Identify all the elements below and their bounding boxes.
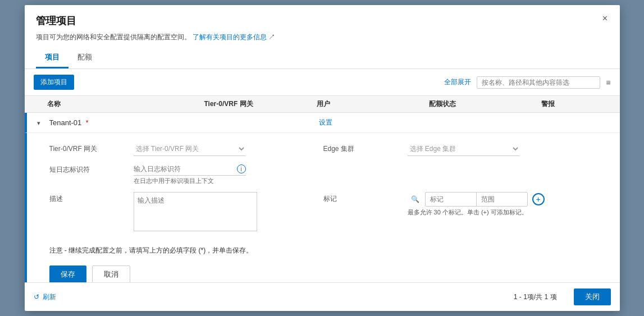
cancel-button[interactable]: 取消 [92,265,130,282]
tag-label: 标记 [323,189,408,235]
col-tier0: Tier-0/VRF 网关 [199,99,311,109]
dialog-footer: ↺ 刷新 1 - 1项/共 1 项 关闭 [25,282,620,311]
desc-label: 描述 [49,189,134,235]
refresh-icon: ↺ [34,293,39,301]
required-star: * [86,119,89,127]
log-id-info-icon[interactable]: i [237,164,246,173]
tag-input[interactable] [426,193,476,205]
quota-cell [426,120,538,126]
desc-value [134,189,323,235]
search-input[interactable] [482,79,595,86]
col-name: 名称 [42,99,199,109]
learn-more-link[interactable]: 了解有关项目的更多信息 [193,33,267,41]
refresh-label: 刷新 [43,292,56,302]
tab-quota[interactable]: 配额 [68,48,101,68]
alarm-cell [538,120,620,126]
log-id-value: i 在日志中用于标识项目上下文 [134,159,323,189]
table-row: ▾ Tenant-01 * 设置 [25,113,620,133]
tag-scope-input[interactable] [477,193,527,205]
action-bar: 保存 取消 [27,261,620,282]
table-header: 名称 Tier-0/VRF 网关 用户 配额状态 警报 [25,96,620,113]
log-id-input-group: i [134,163,246,176]
log-id-label: 短日志标识符 [49,159,134,189]
dialog-header: 管理项目 项目可为您的网络和安全配置提供隔离的配置空间。 了解有关项目的更多信息… [25,5,620,69]
search-icon-sm: 🔍 [408,195,423,203]
tab-projects[interactable]: 项目 [36,48,68,68]
detail-row: Tier-0/VRF 网关 选择 Tier-0/VRF 网关 Edge 集群 选… [25,133,620,282]
tier0-value: 选择 Tier-0/VRF 网关 [134,139,323,159]
refresh-button[interactable]: ↺ 刷新 [34,292,56,302]
tag-box [425,192,528,207]
manage-projects-dialog: 管理项目 项目可为您的网络和安全配置提供隔离的配置空间。 了解有关项目的更多信息… [25,5,620,311]
col-expand [25,99,42,109]
user-link[interactable]: 设置 [319,118,332,126]
col-quota: 配额状态 [423,99,536,109]
dialog-body: 名称 Tier-0/VRF 网关 用户 配额状态 警报 ▾ Tenant-01 … [25,96,620,282]
filter-icon[interactable]: ≡ [606,78,610,87]
tier0-select[interactable]: 选择 Tier-0/VRF 网关 [134,142,246,156]
table-scroll: ▾ Tenant-01 * 设置 [25,113,620,282]
user-cell[interactable]: 设置 [313,115,426,131]
footer-close-button[interactable]: 关闭 [574,288,611,305]
col-user: 用户 [311,99,423,109]
tag-container: 🔍 + [408,192,545,207]
dialog-description: 项目可为您的网络和安全配置提供隔离的配置空间。 了解有关项目的更多信息 ↗ [36,32,609,42]
add-tag-button[interactable]: + [532,193,545,205]
dialog-tabs: 项目 配额 [36,48,609,68]
footer-right: 1 - 1项/共 1 项 关闭 [514,288,611,305]
tier0-cell [201,120,313,126]
edge-cluster-label: Edge 集群 [323,139,408,159]
save-button[interactable]: 保存 [49,265,86,282]
tier0-label: Tier-0/VRF 网关 [49,139,134,159]
pagination-info: 1 - 1项/共 1 项 [514,292,557,302]
col-alarm: 警报 [536,99,620,109]
edge-cluster-select[interactable]: 选择 Edge 集群 [408,142,520,156]
tag-value: 🔍 + 最多允许 30 个标记。单击 (+) 可添加标记。 [408,189,597,235]
expand-icon[interactable]: ▾ [33,120,40,126]
edge-cluster-value: 选择 Edge 集群 [408,139,597,159]
desc-input[interactable] [134,192,257,231]
expand-all-button[interactable]: 全部展开 [444,77,471,87]
dialog-title: 管理项目 [36,14,609,28]
expand-cell[interactable]: ▾ [27,116,44,130]
dialog-toolbar: 添加项目 全部展开 ≡ [25,69,620,96]
detail-grid: Tier-0/VRF 网关 选择 Tier-0/VRF 网关 Edge 集群 选… [27,133,620,240]
log-id-input[interactable] [134,163,237,175]
close-button[interactable]: × [600,13,611,24]
tag-hint: 最多允许 30 个标记。单击 (+) 可添加标记。 [408,208,528,217]
toolbar-left: 添加项目 [34,75,74,90]
add-project-button[interactable]: 添加项目 [34,75,74,90]
tenant-name: Tenant-01 [49,118,82,127]
log-hint: 在日志中用于标识项目上下文 [134,177,214,185]
search-box[interactable] [477,76,600,89]
toolbar-right: 全部展开 ≡ [444,76,610,89]
note-text: 注意 - 继续完成配置之前，请填写上方的必填字段 (*)，并单击保存。 [27,240,620,261]
name-cell: Tenant-01 * [44,115,201,130]
